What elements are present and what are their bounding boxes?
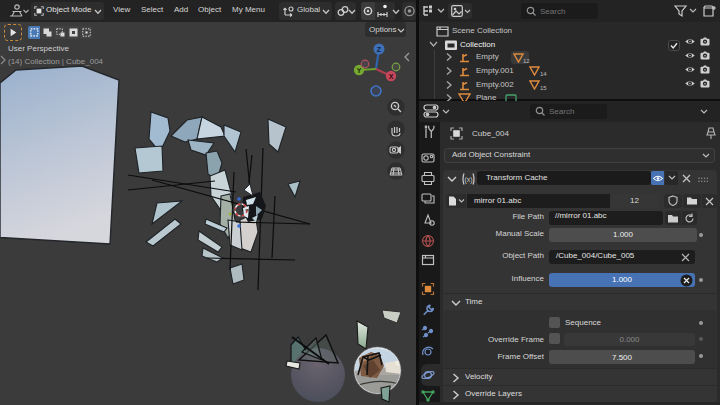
svg-text:X: X	[389, 73, 394, 80]
svg-text:Y: Y	[357, 67, 362, 74]
svg-text:Z: Z	[377, 46, 382, 53]
svg-text:(x): (x)	[464, 176, 472, 184]
